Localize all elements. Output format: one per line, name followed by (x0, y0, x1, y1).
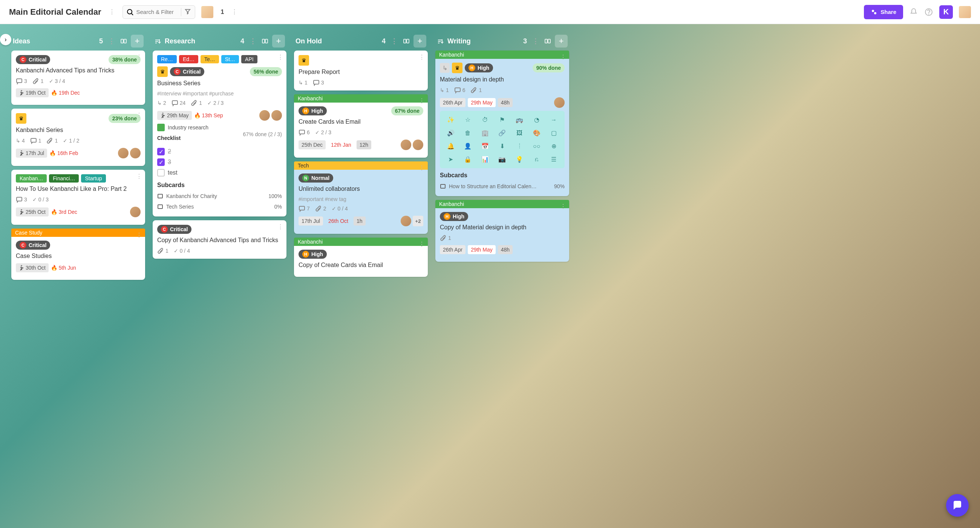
picker-icon[interactable]: ☆ (463, 116, 474, 123)
column-menu-icon[interactable]: ⋮ (389, 35, 399, 47)
board-menu-icon[interactable]: ⋮ (107, 7, 116, 17)
column-menu-icon[interactable]: ⋮ (107, 35, 116, 47)
sort-icon[interactable] (437, 38, 444, 45)
filter-icon[interactable] (181, 8, 191, 16)
view-icon[interactable] (120, 38, 127, 45)
picker-icon[interactable]: 🔊 (445, 129, 457, 137)
search-input[interactable] (137, 9, 178, 15)
card-menu-icon[interactable]: ⋮ (136, 112, 142, 119)
card[interactable]: ⋮Re…Ed…Te…St…API♛Critical56% doneBusines… (153, 51, 286, 217)
card-tag[interactable]: Te… (200, 55, 219, 63)
card-menu-icon[interactable]: ⋮ (419, 164, 425, 172)
subcard-item[interactable]: Tech Series0% (157, 201, 282, 212)
member-avatar[interactable] (201, 6, 213, 18)
picker-icon[interactable]: 📷 (497, 156, 508, 163)
assignee-more[interactable]: +2 (413, 216, 423, 226)
subcard-item[interactable]: Kanbanchi for Charity100% (157, 191, 282, 201)
picker-icon[interactable]: ⚑ (497, 116, 508, 123)
picker-icon[interactable]: ⦙ (514, 142, 525, 150)
picker-icon[interactable]: ➤ (445, 156, 457, 163)
assignee-avatar[interactable] (118, 148, 129, 158)
card-menu-icon[interactable]: ⋮ (277, 54, 283, 61)
column-menu-icon[interactable]: ⋮ (248, 35, 258, 47)
picker-icon[interactable]: 🚌 (514, 116, 525, 123)
card-menu-icon[interactable]: ⋮ (419, 241, 425, 248)
picker-icon[interactable]: ⏱ (479, 116, 491, 123)
card-menu-icon[interactable]: ⋮ (277, 223, 283, 230)
picker-icon[interactable]: 🔗 (497, 129, 508, 137)
card-tag[interactable]: St… (221, 55, 239, 63)
picker-icon[interactable]: 💡 (514, 156, 525, 163)
checklist-item[interactable]: ✓3 (157, 157, 282, 167)
checkbox[interactable]: ✓ (157, 148, 165, 155)
column-menu-icon[interactable]: ⋮ (531, 35, 541, 47)
attachment-row[interactable]: Industry research (157, 124, 282, 131)
checklist-item[interactable]: test (157, 167, 282, 178)
card[interactable]: ⋮♛23% doneKanbanchi Series↳ 411✓ 1 / 217… (11, 108, 145, 166)
card-tag[interactable]: Startup (81, 174, 105, 183)
card[interactable]: Kanbanchi⋮↳♛High90% doneMaterial design … (435, 51, 569, 196)
view-icon[interactable] (403, 38, 410, 45)
picker-icon[interactable]: 🔒 (463, 156, 474, 163)
sort-icon[interactable] (154, 38, 161, 45)
checkbox[interactable] (157, 169, 165, 177)
help-icon[interactable] (924, 8, 933, 17)
card[interactable]: ⋮♛Prepare Report↳ 13 (294, 51, 428, 91)
card[interactable]: Kanbanchi⋮HighCopy of Create Cards via E… (294, 238, 428, 277)
card-menu-icon[interactable]: ⋮ (419, 97, 425, 104)
share-button[interactable]: Share (864, 5, 903, 19)
card-menu-icon[interactable]: ⋮ (136, 54, 142, 61)
card-menu-icon[interactable]: ⋮ (136, 173, 142, 180)
assignee-avatar[interactable] (130, 148, 141, 158)
checklist-item[interactable]: ✓2 (157, 146, 282, 157)
picker-icon[interactable]: ⬇ (497, 142, 508, 150)
picker-icon[interactable]: ▢ (548, 129, 559, 137)
view-icon[interactable] (262, 38, 268, 45)
assignee-avatar[interactable] (554, 97, 565, 108)
app-logo[interactable]: K (939, 5, 953, 19)
picker-icon[interactable]: → (548, 116, 559, 123)
picker-icon[interactable]: ☰ (548, 156, 559, 163)
assignee-avatar[interactable] (413, 140, 423, 150)
search-box[interactable] (123, 5, 195, 19)
add-card-button[interactable]: + (555, 35, 568, 48)
picker-icon[interactable]: ✨ (445, 116, 457, 123)
card[interactable]: Tech⋮NormalUnlimited collaborators#impor… (294, 161, 428, 234)
user-avatar[interactable] (959, 6, 971, 18)
assignee-avatar[interactable] (130, 207, 141, 217)
card-tag[interactable]: Kanban… (16, 174, 47, 183)
assignee-avatar[interactable] (271, 110, 282, 121)
picker-icon[interactable]: 👤 (463, 142, 474, 150)
expand-sidebar-button[interactable]: › (0, 34, 11, 45)
picker-icon[interactable]: 📅 (479, 142, 491, 150)
subcard-item[interactable]: How to Structure an Editorial Calen…90% (440, 181, 565, 191)
picker-icon[interactable]: 🗑 (463, 129, 474, 137)
card[interactable]: Kanbanchi⋮High67% doneCreate Cards via E… (294, 94, 428, 158)
picker-icon[interactable]: 🔔 (445, 142, 457, 150)
card-tag[interactable]: Re… (157, 55, 177, 63)
card[interactable]: ⋮CriticalCopy of Kanbanchi Advanced Tips… (153, 220, 286, 259)
view-icon[interactable] (544, 38, 551, 45)
add-card-button[interactable]: + (131, 35, 143, 48)
picker-icon[interactable]: 🏢 (479, 129, 491, 137)
card-menu-icon[interactable]: ⋮ (560, 203, 566, 210)
card-menu-icon[interactable]: ⋮ (560, 54, 566, 61)
checkbox[interactable]: ✓ (157, 158, 165, 166)
card[interactable]: Case Study⋮CriticalCase Studies30th Oct🔥… (11, 228, 145, 280)
bell-icon[interactable] (909, 8, 918, 17)
add-card-button[interactable]: + (272, 35, 285, 48)
picker-icon[interactable]: 📊 (479, 156, 491, 163)
assignee-avatar[interactable] (401, 216, 411, 226)
picker-icon[interactable]: ⊕ (548, 142, 559, 150)
picker-icon[interactable]: 🖼 (514, 129, 525, 137)
card-tag[interactable]: Ed… (179, 55, 198, 63)
member-menu-icon[interactable]: ⋮ (230, 7, 239, 17)
picker-icon[interactable]: ◔ (531, 116, 542, 123)
card[interactable]: ⋮Critical38% doneKanbanchi Advanced Tips… (11, 51, 145, 105)
card-tag[interactable]: API (241, 55, 258, 63)
picker-icon[interactable]: ⎌ (531, 156, 542, 163)
card[interactable]: ⋮Kanban…Financi…StartupHow To Use Kanban… (11, 170, 145, 225)
card-tag[interactable]: Financi… (49, 174, 79, 183)
assignee-avatar[interactable] (259, 110, 270, 121)
chat-fab[interactable] (946, 494, 969, 517)
